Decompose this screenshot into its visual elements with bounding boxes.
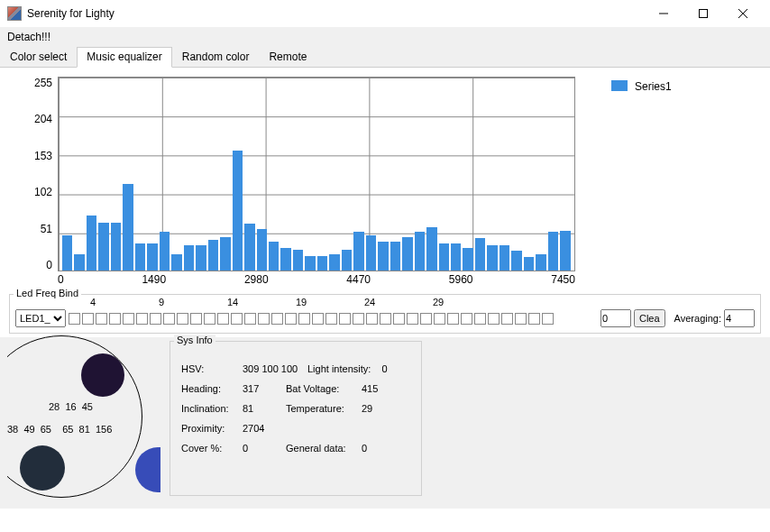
chart-bar: [451, 243, 461, 271]
prox-value: 2704: [243, 423, 286, 434]
freq-checkbox[interactable]: [177, 313, 188, 325]
freq-checkbox[interactable]: [312, 313, 324, 325]
freq-checkbox[interactable]: [109, 313, 121, 325]
freq-checkbox[interactable]: [380, 313, 391, 325]
freq-bind-group: Led Freq Bind 4914192429 LED1_I Clea Ave…: [9, 294, 761, 334]
chart-bar: [548, 232, 558, 271]
freq-checkbox[interactable]: [231, 313, 243, 325]
heading-label: Heading:: [181, 383, 243, 394]
freq-tick: 29: [433, 297, 444, 307]
chart-bar: [342, 250, 352, 271]
chart-plot-area: [58, 77, 575, 271]
chart-bar: [244, 224, 254, 271]
tab-music-equalizer[interactable]: Music equalizer: [77, 47, 171, 68]
freq-tick: 9: [159, 297, 164, 307]
chart-bar: [560, 231, 570, 271]
sysinfo-label: Sys Info: [174, 335, 215, 345]
freq-checkbox[interactable]: [488, 313, 500, 325]
freq-checkbox[interactable]: [217, 313, 229, 325]
maximize-button[interactable]: [683, 1, 723, 26]
chart-bar: [171, 254, 181, 271]
freq-tick: 19: [296, 297, 307, 307]
chart-bar: [196, 245, 206, 271]
freq-checkbox[interactable]: [285, 313, 297, 325]
freq-checkbox[interactable]: [123, 313, 134, 325]
freq-checkbox[interactable]: [515, 313, 527, 325]
tab-content: 255 204 153 102 51 0 0 1490 2980 4470 59…: [0, 68, 770, 290]
freq-checkbox[interactable]: [353, 313, 364, 325]
freq-checkbox[interactable]: [474, 313, 486, 325]
freq-checkbox[interactable]: [420, 313, 432, 325]
freq-checkbox[interactable]: [407, 313, 418, 325]
freq-checkbox[interactable]: [258, 313, 270, 325]
tab-remote[interactable]: Remote: [259, 47, 316, 67]
freq-checkbox[interactable]: [204, 313, 215, 325]
color-circle-1: [81, 353, 124, 397]
freq-checkbox[interactable]: [69, 313, 80, 325]
freq-checkbox[interactable]: [501, 313, 513, 325]
chart-bar: [111, 223, 121, 271]
freq-checkbox[interactable]: [82, 313, 94, 325]
freq-checkbox[interactable]: [393, 313, 405, 325]
chart-bar: [62, 235, 72, 271]
minimize-button[interactable]: [644, 1, 683, 26]
close-button[interactable]: [723, 1, 763, 26]
chart-legend: Series1: [611, 77, 672, 286]
freq-checkbox[interactable]: [190, 313, 202, 325]
freq-checkbox[interactable]: [96, 313, 107, 325]
chart-bar: [147, 243, 157, 271]
light-label: Light intensity:: [307, 363, 371, 374]
chart-bar: [366, 235, 376, 271]
incl-label: Inclination:: [181, 403, 243, 414]
cover-label: Cover %:: [181, 443, 243, 454]
chart-bar: [98, 223, 108, 271]
tab-random-color[interactable]: Random color: [172, 47, 260, 67]
freq-tick: 14: [227, 297, 238, 307]
bat-value: 415: [362, 383, 398, 394]
freq-checkbox[interactable]: [528, 313, 540, 325]
averaging-spin[interactable]: [724, 309, 755, 327]
freq-checkbox[interactable]: [461, 313, 472, 325]
averaging-label: Averaging:: [674, 313, 721, 324]
freq-checkbox[interactable]: [325, 313, 337, 325]
chart-bar: [353, 232, 363, 271]
chart-bar: [463, 248, 472, 271]
chart-bar: [329, 254, 339, 271]
freq-checkbox[interactable]: [434, 313, 445, 325]
chart-bar: [220, 237, 230, 271]
freq-tick-labels: 4914192429: [77, 297, 755, 309]
freq-checkbox[interactable]: [136, 313, 148, 325]
freq-tick: 4: [90, 297, 96, 307]
tab-color-select[interactable]: Color select: [0, 47, 77, 67]
legend-label: Series1: [635, 80, 672, 93]
chart-bar: [135, 243, 145, 271]
tab-strip: Color select Music equalizer Random colo…: [0, 47, 770, 68]
chart-bar: [475, 238, 485, 271]
clear-button[interactable]: Clea: [634, 309, 665, 327]
freq-checkbox[interactable]: [271, 313, 283, 325]
chart-bar: [74, 254, 84, 271]
chart-bar: [305, 256, 315, 271]
freq-checkbox[interactable]: [447, 313, 459, 325]
menu-detach[interactable]: Detach!!!: [7, 31, 50, 43]
menubar: Detach!!!: [0, 27, 770, 47]
freq-checkbox[interactable]: [244, 313, 256, 325]
freq-checkbox[interactable]: [150, 313, 161, 325]
chart-bar: [511, 251, 521, 271]
freq-checkbox[interactable]: [163, 313, 175, 325]
freq-checkbox[interactable]: [298, 313, 310, 325]
led-combo[interactable]: LED1_I: [15, 309, 66, 327]
freq-checkbox[interactable]: [339, 313, 351, 325]
gen-value: 0: [362, 443, 398, 454]
chart-bar: [536, 254, 545, 271]
svg-rect-1: [700, 10, 708, 18]
chart-bar: [439, 243, 449, 271]
color-circles-panel: 28 16 45 38 49 65 65 81 156: [7, 341, 160, 503]
chart-bar: [415, 232, 425, 271]
freq-checkbox[interactable]: [542, 313, 554, 325]
gen-label: General data:: [286, 443, 362, 454]
temp-label: Temperature:: [286, 403, 362, 414]
freq-checkbox[interactable]: [366, 313, 378, 325]
chart-bar: [500, 245, 509, 271]
freq-spin[interactable]: [600, 309, 631, 327]
